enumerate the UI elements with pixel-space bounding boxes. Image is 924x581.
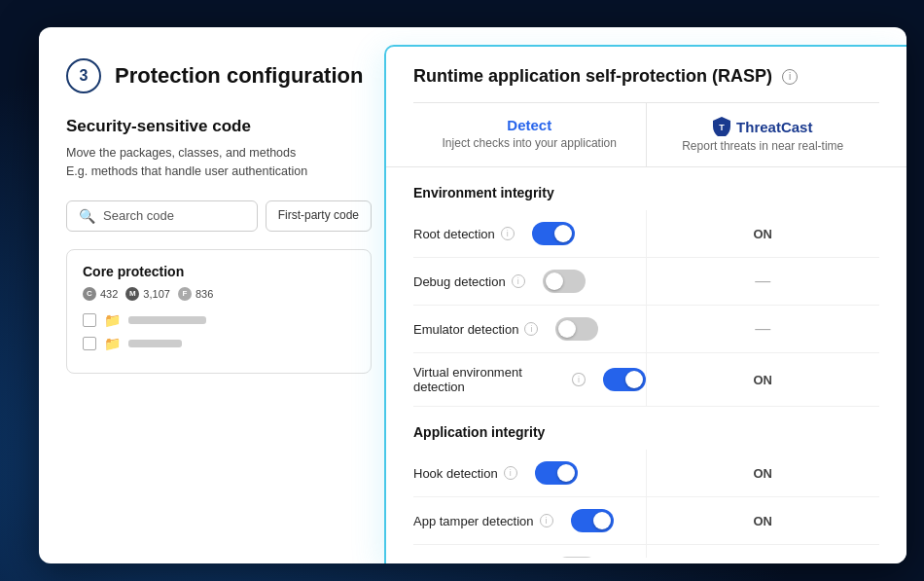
protection-name-0-2: Emulator detection — [413, 322, 518, 337]
checkbox-1[interactable] — [83, 313, 96, 327]
badge-dot-c: C — [83, 287, 96, 301]
protection-right-1-1: ON — [647, 502, 880, 540]
folder-icon-1: 📁 — [104, 312, 121, 328]
badges-row: C 432 M 3,107 F 836 — [83, 287, 355, 301]
rasp-info-icon[interactable]: i — [782, 69, 798, 85]
badge-dot-f: F — [178, 287, 192, 301]
protection-name-0-0: Root detection — [413, 227, 495, 241]
content-area: Environment integrityRoot detectioniONDe… — [386, 167, 906, 558]
filter-button[interactable]: First-party code — [266, 200, 372, 232]
toggle-thumb-1-0 — [557, 464, 575, 482]
rasp-title-row: Runtime application self-protection (RAS… — [413, 66, 879, 87]
protection-row-1-2: Certificate checkeri— — [413, 545, 879, 558]
tree-line-2 — [128, 340, 182, 347]
protection-row-0-3: Virtual environment detectioniON — [413, 353, 879, 407]
protection-info-1-0[interactable]: i — [504, 466, 517, 480]
protection-info-0-0[interactable]: i — [501, 227, 515, 240]
step-header: 3 Protection configuration — [66, 58, 372, 93]
protection-left-1-2: Certificate checkeri — [413, 545, 647, 558]
protection-right-1-2: — — [647, 548, 880, 558]
rasp-title: Runtime application self-protection (RAS… — [413, 66, 772, 87]
protection-info-0-1[interactable]: i — [512, 274, 525, 288]
threatcast-status-0-3: ON — [754, 373, 773, 387]
protection-left-0-2: Emulator detectioni — [413, 306, 647, 352]
search-icon: 🔍 — [79, 208, 95, 224]
protection-left-1-0: Hook detectioni — [413, 450, 647, 496]
protection-right-0-2: — — [647, 309, 880, 349]
protection-name-0-3: Virtual environment detection — [413, 365, 566, 394]
threatcast-title: T ThreatCast — [666, 117, 861, 136]
toggle-0-3[interactable] — [603, 368, 646, 391]
toggle-1-0[interactable] — [535, 461, 578, 485]
core-protection-card: Core protection C 432 M 3,107 F — [66, 249, 372, 374]
section-desc: Move the packages, classes, and methods … — [66, 144, 372, 181]
search-box[interactable]: 🔍 Search code — [66, 200, 258, 232]
left-panel: 3 Protection configuration Security-sens… — [39, 27, 399, 563]
tree-item-1: 📁 — [83, 312, 355, 328]
badge-dot-m: M — [125, 287, 139, 301]
toggle-thumb-0-0 — [554, 225, 572, 242]
threatcast-status-0-0: ON — [754, 227, 773, 241]
threatcast-status-0-1: — — [755, 272, 770, 290]
protection-row-1-0: Hook detectioniON — [413, 450, 879, 497]
toggle-1-2[interactable] — [555, 557, 598, 558]
protection-row-1-1: App tamper detectioniON — [413, 497, 879, 545]
protection-name-0-1: Debug detection — [413, 274, 506, 289]
protection-left-0-0: Root detectioni — [413, 210, 647, 257]
tree-item-2: 📁 — [83, 336, 355, 351]
protection-row-0-2: Emulator detectioni— — [413, 306, 879, 353]
threatcast-status-0-2: — — [755, 320, 770, 338]
protection-left-0-3: Virtual environment detectioni — [413, 353, 647, 406]
svg-text:T: T — [719, 123, 725, 132]
search-input[interactable]: Search code — [103, 208, 174, 223]
badge-m: M 3,107 — [125, 287, 170, 301]
threatcast-column-header: T ThreatCast Report threats in near real… — [647, 103, 880, 166]
protection-row-0-1: Debug detectioni— — [413, 258, 879, 306]
detect-sub: Inject checks into your application — [433, 136, 626, 150]
protection-info-1-1[interactable]: i — [540, 514, 553, 527]
protection-right-0-3: ON — [647, 361, 880, 399]
protection-left-1-1: App tamper detectioni — [413, 497, 647, 544]
detect-title: Detect — [433, 117, 626, 133]
section-title-0: Environment integrity — [413, 167, 879, 210]
checkbox-2[interactable] — [83, 337, 96, 350]
protection-right-1-0: ON — [647, 454, 880, 492]
main-card: 3 Protection configuration Security-sens… — [39, 27, 906, 563]
rasp-header: Runtime application self-protection (RAS… — [386, 47, 906, 167]
detect-column-header: Detect Inject checks into your applicati… — [413, 103, 647, 166]
badge-c: C 432 — [83, 287, 118, 301]
protection-info-0-3[interactable]: i — [572, 373, 585, 386]
toggle-thumb-0-3 — [625, 371, 643, 388]
toggle-thumb-1-1 — [593, 512, 611, 529]
toggle-track-1-2 — [555, 557, 598, 558]
columns-header: Detect Inject checks into your applicati… — [413, 102, 879, 166]
protection-right-0-1: — — [647, 261, 880, 302]
toggle-0-0[interactable] — [532, 222, 575, 245]
threatcast-shield-icon: T — [713, 117, 730, 136]
core-protection-title: Core protection — [83, 264, 355, 279]
toggle-0-2[interactable] — [555, 317, 598, 341]
protection-left-0-1: Debug detectioni — [413, 258, 647, 305]
toggle-1-1[interactable] — [571, 509, 614, 532]
protection-row-0-0: Root detectioniON — [413, 210, 879, 258]
protection-info-0-2[interactable]: i — [524, 322, 538, 336]
tree-line-1 — [128, 316, 206, 324]
toggle-0-1[interactable] — [543, 270, 586, 293]
step-circle: 3 — [66, 58, 101, 93]
right-panel: Runtime application self-protection (RAS… — [384, 45, 906, 563]
protection-right-0-0: ON — [647, 215, 880, 253]
search-row: 🔍 Search code First-party code — [66, 200, 372, 232]
threatcast-status-1-1: ON — [754, 514, 773, 528]
threatcast-sub: Report threats in near real-time — [666, 139, 861, 153]
badge-f: F 836 — [178, 287, 213, 301]
section-title: Security-sensitive code — [66, 117, 372, 136]
toggle-thumb-0-1 — [546, 272, 563, 290]
section-title-1: Application integrity — [413, 407, 879, 450]
threatcast-status-1-0: ON — [754, 466, 773, 481]
protection-name-1-1: App tamper detection — [413, 514, 534, 528]
page-title: Protection configuration — [115, 63, 363, 89]
folder-icon-2: 📁 — [104, 336, 121, 351]
protection-name-1-0: Hook detection — [413, 466, 498, 481]
